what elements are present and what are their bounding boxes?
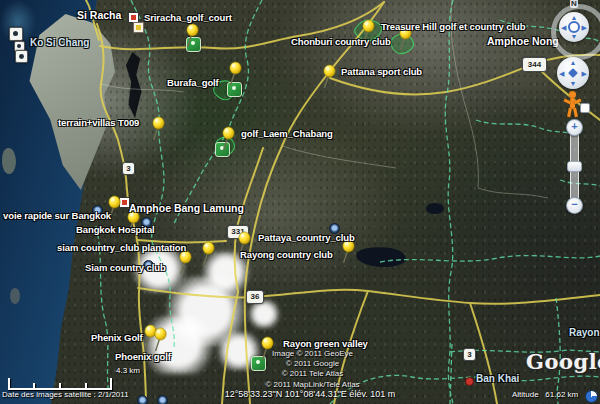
road-shield-344: 344: [522, 57, 547, 72]
scale-label: 4.3 km: [116, 366, 140, 375]
pushpin-siam-country-club-plantation[interactable]: [199, 241, 215, 267]
map-label-phoenix-golf[interactable]: Phoenix golf: [115, 351, 171, 362]
map-label-rayon: Rayon: [569, 327, 600, 338]
map-label-amphoe-bang-lamung: Amphoe Bang Lamung: [129, 202, 244, 214]
placemarks-layer: Si RachaKo Si ChangSriracha_golf_courtTr…: [0, 0, 600, 404]
pushpin-burafa-golf[interactable]: [226, 61, 242, 87]
move-center-icon[interactable]: [568, 68, 578, 78]
pushpin-sriracha-golf-court[interactable]: [183, 23, 199, 49]
map-label-golf-laem-chabang[interactable]: golf_Laem_Chabang: [241, 128, 333, 139]
streaming-progress-icon: [585, 390, 598, 403]
pushpin-pattana-sport-club[interactable]: [320, 64, 336, 90]
map-label-chonburi-country-club[interactable]: Chonburi country club: [291, 36, 391, 47]
google-earth-window: Si RachaKo Si ChangSriracha_golf_courtTr…: [0, 0, 600, 404]
move-down-arrow-icon[interactable]: ▼: [570, 80, 577, 87]
compass-north-label: N: [570, 0, 578, 8]
pushpin-golf-laem-chabang[interactable]: [219, 126, 235, 152]
road-shield-3: 3: [463, 348, 476, 361]
look-joystick[interactable]: ▲ ▼ ◀ ▶: [559, 12, 589, 42]
pushpin-siam-country-club[interactable]: [176, 250, 192, 276]
map-label-rayon-green-valley[interactable]: Rayon green valley: [283, 338, 368, 349]
altitude-label: Altitude 61.62 km: [512, 390, 578, 399]
zoom-in-button[interactable]: +: [566, 119, 583, 136]
map-label-siam-country-club[interactable]: Siam country club: [85, 262, 166, 273]
map-label-rayong-country-club[interactable]: Rayong country club: [240, 249, 333, 260]
photo-viewpoint-icon[interactable]: [157, 395, 168, 404]
road-shield-3: 3: [122, 162, 135, 175]
map-label-pattana-sport-club[interactable]: Pattana sport club: [341, 66, 422, 77]
map-label-siam-country-club-plantation[interactable]: siam country_club plantation: [57, 242, 186, 253]
map-label-bangkok-hospital[interactable]: Bangkok Hospital: [76, 224, 155, 235]
map-label-treasure-hill-golf-et-country-club[interactable]: Treasure Hill golf et country club: [381, 21, 525, 32]
copyright-line: © 2011 Tele Atlas: [230, 369, 395, 379]
map-label-sriracha-golf-court[interactable]: Sriracha_golf_court: [144, 12, 232, 23]
map-label-amphoe-nong: Amphoe Nong: [487, 35, 559, 47]
move-right-arrow-icon[interactable]: ▶: [582, 70, 587, 77]
imagery-date-label: Date des images satellite : 2/1/2011: [2, 390, 129, 399]
street-view-pegman-icon[interactable]: [563, 91, 581, 117]
look-center-eye-icon[interactable]: [568, 21, 580, 33]
road-shield-36: 36: [246, 290, 264, 304]
pegman-tag: [580, 103, 590, 113]
map-label-pattaya-country-club[interactable]: Pattaya_country_club: [258, 232, 355, 243]
move-up-arrow-icon[interactable]: ▲: [570, 59, 577, 66]
map-label-si-racha: Si Racha: [77, 9, 121, 21]
map-label-ban-khai: Ban Khai: [476, 373, 519, 384]
copyright-line: Image © 2011 GeoEye: [230, 349, 395, 359]
map-label-terrain-villas-t009[interactable]: terrain+villas T009: [58, 117, 139, 128]
look-down-arrow-icon[interactable]: ▼: [571, 33, 578, 40]
look-left-arrow-icon[interactable]: ◀: [561, 24, 566, 31]
map-label-ko-si-chang: Ko Si Chang: [30, 37, 89, 48]
zoom-out-button[interactable]: −: [566, 197, 583, 214]
look-up-arrow-icon[interactable]: ▲: [571, 14, 578, 21]
move-left-arrow-icon[interactable]: ◀: [559, 70, 564, 77]
scale-bar: [8, 377, 112, 390]
photo-icon[interactable]: [15, 50, 28, 63]
city-marker-dot: [465, 377, 474, 386]
copyright-block: Image © 2011 GeoEye © 2011 Google © 2011…: [230, 349, 395, 390]
copyright-line: © 2011 Google: [230, 359, 395, 369]
photo-viewpoint-icon[interactable]: [137, 395, 148, 404]
photo-icon[interactable]: [9, 27, 23, 41]
city-marker-yellow: [133, 22, 144, 33]
pushpin-terrain-villas-t009[interactable]: [149, 116, 165, 142]
pushpin-phoenix-golf[interactable]: [151, 327, 167, 353]
google-watermark: Google: [526, 349, 600, 374]
zoom-slider-handle[interactable]: [567, 161, 582, 172]
map-label-burafa-golf[interactable]: Burafa_golf: [167, 77, 219, 88]
move-joystick[interactable]: ▲ ▼ ◀ ▶: [557, 57, 589, 89]
pointer-coordinates: 12°58'33.23"N 101°08'44.31"E élév. 101 m: [185, 389, 435, 399]
map-label-phenix-golf[interactable]: Phenix Golf: [91, 332, 143, 343]
map-label-voie-rapide-sur-bangkok[interactable]: voie rapide sur Bangkok: [3, 210, 111, 221]
look-right-arrow-icon[interactable]: ▶: [582, 24, 587, 31]
